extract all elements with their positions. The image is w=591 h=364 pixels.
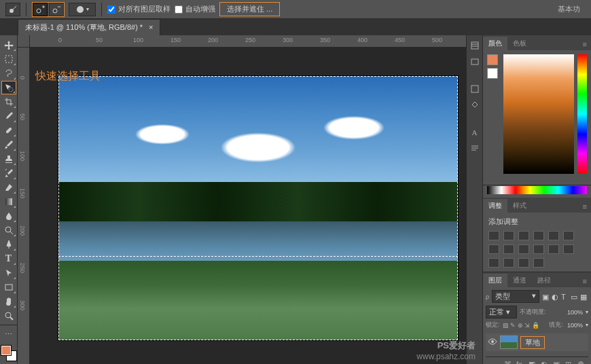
tab-adjustments[interactable]: 调整: [483, 199, 507, 213]
dock-character-button[interactable]: [469, 83, 481, 95]
layer-mask-button[interactable]: ◩: [529, 360, 538, 364]
sample-all-layers-input[interactable]: [107, 5, 115, 14]
adj-color-lookup-button[interactable]: [533, 244, 544, 254]
quick-selection-tool[interactable]: [1, 81, 16, 94]
adjustments-panel-menu[interactable]: ≡: [579, 200, 591, 213]
dock-swatches-button[interactable]: [469, 99, 481, 111]
lock-icons[interactable]: ▧ ✎ ⊕ ⇲ 🔒: [503, 322, 539, 329]
filter-type-select[interactable]: 类型 ▾: [492, 290, 539, 303]
eraser-tool[interactable]: [1, 181, 16, 194]
adj-exposure-button[interactable]: [533, 231, 544, 240]
spectrum-strip[interactable]: [487, 186, 587, 194]
horizontal-ruler[interactable]: 050100150200250300350400450500: [30, 35, 466, 48]
auto-enhance-checkbox[interactable]: 自动增强: [175, 4, 215, 14]
path-selection-tool[interactable]: [1, 266, 16, 280]
dock-history-button[interactable]: [469, 39, 481, 52]
sample-all-layers-checkbox[interactable]: 对所有图层取样: [107, 4, 171, 14]
filter-smart-icon[interactable]: ▦: [580, 293, 588, 301]
history-brush-tool[interactable]: [1, 166, 16, 180]
vertical-ruler[interactable]: 050100150200250300: [18, 48, 30, 364]
layer-row[interactable]: 草地: [486, 333, 588, 351]
visibility-toggle[interactable]: [488, 337, 497, 348]
layers-panel-menu[interactable]: ≡: [579, 275, 591, 287]
blur-tool[interactable]: [1, 209, 16, 223]
adj-extra-button[interactable]: [533, 258, 544, 268]
tab-channels[interactable]: 通道: [507, 274, 532, 287]
hue-slider[interactable]: [577, 54, 587, 174]
edit-toolbar-button[interactable]: ⋯: [1, 327, 16, 341]
new-group-button[interactable]: ▣: [553, 360, 562, 364]
crop-tool[interactable]: [1, 95, 16, 109]
adj-selective-color-button[interactable]: [518, 258, 529, 268]
adj-channel-mixer-button[interactable]: [518, 244, 529, 254]
auto-enhance-input[interactable]: [175, 5, 183, 14]
healing-tool[interactable]: [1, 124, 16, 137]
pen-tool[interactable]: [1, 238, 16, 251]
dock-type-button[interactable]: A: [469, 126, 481, 139]
tab-paths[interactable]: 路径: [532, 274, 556, 287]
tool-preset-button[interactable]: [5, 3, 20, 16]
type-tool[interactable]: T: [1, 252, 16, 266]
adj-gradient-map-button[interactable]: [503, 258, 514, 268]
brush-tool[interactable]: [1, 138, 16, 151]
eyedropper-tool[interactable]: [1, 109, 16, 123]
adj-brightness-button[interactable]: [488, 231, 499, 240]
stamp-tool[interactable]: [1, 152, 16, 166]
layer-thumbnail[interactable]: [500, 335, 518, 349]
tab-layers[interactable]: 图层: [483, 274, 507, 287]
workspace-label[interactable]: 基本功: [552, 4, 586, 14]
brush-picker-button[interactable]: ▾: [69, 3, 96, 16]
filter-adj-icon[interactable]: ◐: [552, 293, 560, 301]
dock-properties-button[interactable]: [469, 56, 481, 68]
canvas-area[interactable]: 050100150200250300350400450500 050100150…: [18, 35, 466, 364]
rect-icon: [4, 283, 14, 292]
hand-tool[interactable]: [1, 295, 16, 308]
dock-paragraph-button[interactable]: [469, 143, 481, 155]
link-layers-button[interactable]: ⌘: [504, 360, 514, 364]
adj-posterize-button[interactable]: [563, 244, 574, 254]
layer-name[interactable]: 草地: [520, 336, 545, 349]
tab-color[interactable]: 颜色: [483, 37, 507, 50]
move-tool[interactable]: [1, 38, 16, 52]
new-adjustment-button[interactable]: ◐: [541, 360, 550, 364]
opacity-value[interactable]: 100%: [567, 309, 583, 316]
svg-rect-11: [471, 42, 478, 49]
tab-swatches[interactable]: 色板: [507, 37, 532, 50]
artboard[interactable]: [58, 76, 458, 340]
select-and-mask-button[interactable]: 选择并遮住 ...: [219, 2, 280, 16]
blend-mode-select[interactable]: 正常 ▾: [486, 306, 517, 318]
adj-levels-button[interactable]: [503, 231, 514, 240]
shape-tool[interactable]: [1, 280, 16, 294]
tab-styles[interactable]: 样式: [507, 199, 532, 213]
tab-close-icon[interactable]: ×: [149, 23, 153, 31]
filter-type-icon[interactable]: T: [561, 293, 569, 301]
filter-shape-icon[interactable]: ▭: [571, 293, 579, 301]
color-field[interactable]: [503, 54, 574, 174]
marquee-tool[interactable]: [1, 52, 16, 66]
adj-curves-button[interactable]: [518, 231, 529, 240]
lasso-tool[interactable]: [1, 67, 16, 80]
dodge-tool[interactable]: [1, 223, 16, 237]
new-selection-button[interactable]: [33, 3, 48, 16]
filter-pixel-icon[interactable]: ▣: [542, 293, 550, 301]
adj-invert-button[interactable]: [548, 244, 559, 254]
adj-vibrance-button[interactable]: [548, 231, 559, 240]
foreground-color-swatch[interactable]: [1, 346, 11, 355]
color-swatches[interactable]: [1, 346, 16, 361]
new-layer-button[interactable]: ⊞: [565, 360, 575, 364]
document-tab[interactable]: 未标题-1 @ 110% (草地, RGB/8#) * ×: [18, 19, 160, 35]
adj-threshold-button[interactable]: [488, 258, 499, 268]
delete-layer-button[interactable]: 🗑: [577, 360, 587, 364]
color-bg-swatch[interactable]: [487, 68, 498, 79]
zoom-tool[interactable]: [1, 309, 16, 323]
layer-style-button[interactable]: fx: [516, 360, 526, 364]
subtract-selection-button[interactable]: [49, 3, 64, 16]
adj-hue-button[interactable]: [563, 231, 574, 240]
adj-bw-button[interactable]: [488, 244, 499, 254]
color-panel-menu[interactable]: ≡: [579, 38, 591, 50]
fill-value[interactable]: 100%: [567, 322, 583, 329]
gradient-tool[interactable]: [1, 195, 16, 208]
crop-icon: [4, 97, 14, 107]
adj-photo-filter-button[interactable]: [503, 244, 514, 254]
color-fg-swatch[interactable]: [487, 54, 498, 65]
